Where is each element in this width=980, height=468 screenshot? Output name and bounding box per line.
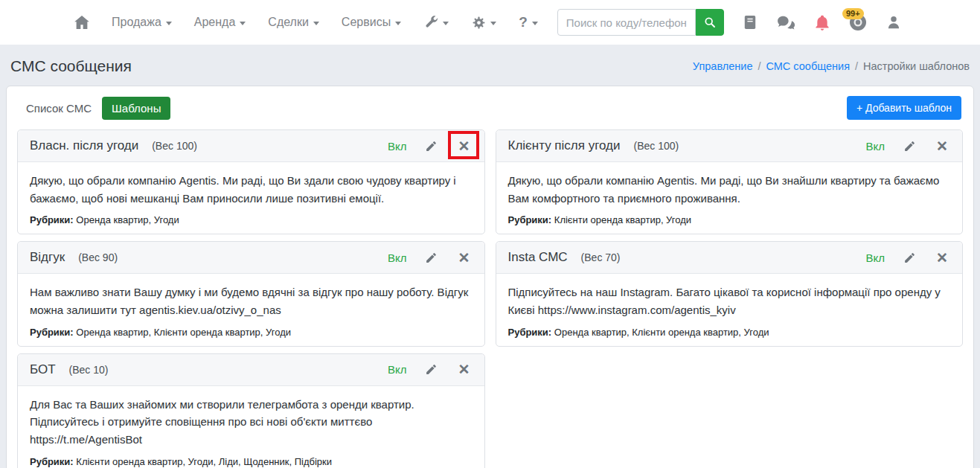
status-toggle[interactable]: Вкл	[866, 251, 885, 264]
tab-templates[interactable]: Шаблоны	[102, 97, 170, 120]
template-weight: (Вес 90)	[78, 251, 118, 263]
tab-sms-list[interactable]: Список СМС	[19, 97, 99, 120]
delete-button[interactable]: ✕	[456, 362, 473, 378]
status-toggle[interactable]: Вкл	[866, 140, 885, 153]
delete-button[interactable]: ✕	[456, 138, 473, 154]
search-input[interactable]	[557, 9, 696, 36]
chevron-down-icon	[490, 22, 496, 25]
notifications-bell-icon[interactable]	[815, 14, 830, 31]
nav-menu-servisy[interactable]: Сервисы	[342, 16, 401, 29]
template-weight: (Вес 100)	[152, 140, 197, 152]
close-icon: ✕	[458, 251, 470, 265]
search-icon	[704, 16, 716, 28]
delete-button[interactable]: ✕	[456, 249, 473, 266]
notification-count-badge: 99+	[842, 8, 864, 19]
templates-grid: Власн. після угоди (Вес 100) Вкл ✕ Дякую…	[17, 129, 963, 468]
breadcrumb-link-upravlenie[interactable]: Управление	[693, 60, 753, 72]
breadcrumb: Управление / СМС сообщения / Настройки ш…	[693, 60, 970, 72]
template-weight: (Вес 100)	[634, 140, 679, 152]
template-text: Дякую, що обрали компанію Agentis. Ми ра…	[508, 172, 951, 207]
chevron-down-icon	[532, 22, 538, 25]
status-toggle[interactable]: Вкл	[388, 251, 407, 264]
wrench-icon	[423, 15, 438, 30]
template-card: Відгук (Вес 90) Вкл ✕ Нам важливо знати …	[17, 241, 485, 346]
add-template-button[interactable]: + Добавить шаблон	[847, 96, 961, 120]
top-navbar: Продажа Аренда Сделки Сервисы	[0, 0, 980, 45]
template-rubrics: Рубрики: Оренда квартир, Клієнти оренда …	[30, 327, 473, 338]
gear-icon	[471, 15, 486, 30]
template-title: Клієнту після угоди	[508, 138, 621, 153]
template-card: Клієнту після угоди (Вес 100) Вкл ✕ Дяку…	[496, 129, 964, 234]
home-button[interactable]	[74, 15, 89, 30]
edit-button[interactable]	[423, 138, 440, 154]
delete-button[interactable]: ✕	[934, 138, 950, 154]
chevron-down-icon	[443, 22, 449, 25]
home-icon	[74, 15, 89, 30]
template-title: Власн. після угоди	[30, 138, 138, 153]
template-rubrics: Рубрики: Клієнти оренда квартир, Угоди, …	[30, 456, 473, 467]
chevron-down-icon	[395, 22, 401, 25]
template-rubrics: Рубрики: Оренда квартир, Угоди	[30, 214, 473, 225]
template-text: Для Вас та Ваших знайомих ми створили те…	[30, 396, 473, 449]
status-toggle[interactable]: Вкл	[388, 363, 407, 376]
chevron-down-icon	[240, 22, 246, 25]
template-weight: (Вес 70)	[581, 251, 621, 263]
template-text: Нам важливо знати Вашу думку і ми будемо…	[30, 283, 473, 318]
template-rubrics: Рубрики: Клієнти оренда квартир, Угоди	[508, 214, 951, 225]
template-rubrics: Рубрики: Оренда квартир, Клієнти оренда …	[508, 327, 951, 338]
edit-button[interactable]	[423, 362, 440, 378]
nav-menu-arenda[interactable]: Аренда	[194, 16, 246, 29]
nav-menu-help[interactable]: ?	[519, 14, 538, 31]
template-title: Insta СМС	[508, 250, 568, 265]
profile-icon[interactable]	[886, 15, 901, 30]
help-icon: ?	[519, 14, 528, 31]
page-title: СМС сообщения	[10, 57, 132, 75]
close-icon: ✕	[458, 139, 470, 153]
search-button[interactable]	[696, 9, 724, 36]
edit-button[interactable]	[423, 249, 440, 266]
chevron-down-icon	[313, 22, 319, 25]
nav-menu-sdelki[interactable]: Сделки	[268, 16, 319, 29]
messages-icon[interactable]	[776, 15, 795, 30]
pencil-icon	[903, 140, 916, 153]
status-toggle[interactable]: Вкл	[388, 140, 407, 153]
bonus-coin-icon[interactable]: 99+	[849, 13, 867, 31]
template-card: Insta СМС (Вес 70) Вкл ✕ Підписуйтесь на…	[496, 241, 964, 346]
delete-button[interactable]: ✕	[934, 249, 950, 266]
breadcrumb-current: Настройки шаблонов	[863, 60, 970, 72]
nav-menu-tools[interactable]	[423, 15, 449, 30]
template-text: Підписуйтесь на наш Instagram. Багато ці…	[508, 283, 951, 318]
pencil-icon	[425, 140, 438, 153]
template-title: Відгук	[30, 250, 65, 265]
journal-icon[interactable]	[743, 15, 757, 30]
edit-button[interactable]	[901, 249, 917, 266]
template-card: Власн. після угоди (Вес 100) Вкл ✕ Дякую…	[17, 129, 485, 234]
breadcrumb-link-sms[interactable]: СМС сообщения	[766, 60, 850, 72]
templates-panel: Список СМС Шаблоны + Добавить шаблон Вла…	[6, 86, 974, 468]
template-text: Дякую, що обрали компанію Agentis. Ми ра…	[30, 172, 473, 207]
template-weight: (Вес 10)	[69, 364, 109, 376]
edit-button[interactable]	[901, 138, 917, 154]
close-icon: ✕	[936, 139, 948, 153]
search-box	[557, 9, 724, 36]
close-icon: ✕	[936, 251, 948, 265]
nav-menu-prodazha[interactable]: Продажа	[112, 16, 172, 29]
chevron-down-icon	[166, 22, 172, 25]
close-icon: ✕	[458, 362, 470, 376]
template-title: БОТ	[30, 362, 56, 377]
pencil-icon	[425, 363, 438, 376]
template-card: БОТ (Вес 10) Вкл ✕ Для Вас та Ваших знай…	[17, 353, 485, 468]
pencil-icon	[425, 251, 438, 264]
nav-menu-settings[interactable]	[471, 15, 496, 30]
pencil-icon	[903, 251, 916, 264]
